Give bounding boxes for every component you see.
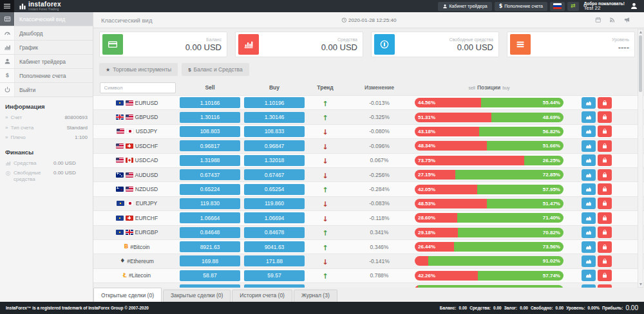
menu-toggle-button[interactable]	[0, 0, 14, 12]
open-trade-button[interactable]	[598, 97, 612, 109]
buy-price-button[interactable]: 1.30146	[244, 112, 305, 123]
deposit-button[interactable]: $ Пополнение счета	[495, 2, 547, 11]
sell-price-button[interactable]: 0.65224	[180, 184, 240, 195]
bottom-tab[interactable]: История счета (0)	[232, 290, 292, 302]
eu-flag-icon	[116, 230, 124, 235]
buy-price-button[interactable]: 1.32018	[244, 155, 305, 166]
sidebar-item[interactable]: Кабинет трейдера	[0, 55, 93, 69]
buy-price-button[interactable]: 0.67467	[244, 169, 305, 180]
sidebar-item[interactable]: График	[0, 41, 93, 55]
chevron-icon: »	[5, 125, 8, 131]
sell-price-button[interactable]: 1.06664	[180, 212, 240, 223]
buy-price-button[interactable]	[244, 284, 305, 288]
buy-price-button[interactable]: 59.57	[244, 270, 305, 281]
open-chart-button[interactable]	[582, 140, 596, 152]
open-trade-button[interactable]	[598, 226, 612, 238]
bag-icon	[601, 215, 608, 221]
buy-price-button[interactable]: 9041.63	[244, 241, 305, 252]
footer-stat-label: Баланс:	[440, 306, 457, 310]
sell-price-button[interactable]: 119.830	[180, 198, 240, 209]
buy-price-button[interactable]: 0.65254	[244, 184, 305, 195]
buy-price-button[interactable]: 1.06694	[244, 212, 305, 223]
sell-price-button[interactable]: 58.87	[180, 270, 240, 281]
scrollbar-up-arrow[interactable]	[639, 31, 642, 33]
open-chart-button[interactable]	[582, 154, 596, 166]
rss-icon[interactable]	[609, 17, 616, 23]
au-flag-icon	[116, 172, 124, 178]
bottom-tab[interactable]: Открытые сделки (0)	[93, 288, 162, 302]
open-trade-button[interactable]	[598, 212, 612, 224]
open-chart-button[interactable]	[582, 284, 596, 288]
card-label: Уровень	[531, 37, 629, 42]
sell-price-button[interactable]: 1.31988	[180, 155, 240, 166]
sidebar-item[interactable]: Дашборд	[0, 26, 93, 41]
open-trade-button[interactable]	[598, 270, 612, 281]
sell-price-button[interactable]: 108.803	[180, 126, 240, 137]
open-chart-button[interactable]	[582, 270, 596, 281]
sell-price-button[interactable]: 0.84648	[180, 227, 240, 238]
buy-price-button[interactable]: 0.84678	[244, 227, 305, 238]
quote-row: ♦#Ethereum169.88171.88↓-0.141%91.02%	[93, 254, 644, 268]
open-trade-button[interactable]	[598, 154, 612, 166]
sell-price-button[interactable]: 0.67437	[180, 169, 240, 180]
open-trade-button[interactable]	[598, 140, 612, 152]
sidebar-item-label: Дашборд	[15, 26, 93, 40]
open-trade-button[interactable]	[598, 198, 612, 209]
sidebar-item[interactable]: Классический вид	[0, 12, 93, 26]
open-chart-button[interactable]	[582, 255, 596, 267]
sell-price-button[interactable]	[180, 284, 240, 288]
sidebar-item[interactable]: $Пополнение счета	[0, 69, 93, 83]
sidebar-item[interactable]: Выйти	[0, 83, 93, 97]
open-chart-button[interactable]	[582, 169, 596, 181]
open-trade-button[interactable]	[598, 284, 612, 288]
balance-funds-button[interactable]: $ Баланс и Средства	[182, 63, 249, 76]
footer-profit-value: 0.00	[626, 304, 638, 311]
bag-icon	[601, 157, 608, 163]
buy-price-button[interactable]: 119.860	[244, 198, 305, 209]
user-avatar-icon[interactable]	[630, 2, 638, 10]
bottom-tab[interactable]: Журнал (3)	[294, 290, 337, 302]
sell-price-button[interactable]: 1.10166	[180, 97, 240, 108]
scrollbar-down-arrow[interactable]	[639, 283, 642, 286]
brand-logo[interactable]: instaforex Instant Forex Trading	[19, 1, 61, 11]
open-chart-button[interactable]	[582, 212, 596, 224]
sell-price-button[interactable]: 0.96817	[180, 140, 240, 151]
open-chart-button[interactable]	[582, 111, 596, 123]
language-flag-button[interactable]	[550, 2, 565, 11]
trader-cabinet-button[interactable]: Кабинет трейдера	[438, 2, 492, 11]
info-label: Плечо	[10, 134, 75, 141]
dollar-icon: $	[499, 3, 503, 9]
open-chart-button[interactable]	[582, 198, 596, 209]
open-chart-button[interactable]	[582, 183, 596, 195]
sell-price-button[interactable]: 1.30116	[180, 112, 240, 123]
bottom-tab[interactable]: Закрытые сделки (0)	[163, 290, 231, 302]
buy-price-button[interactable]: 108.833	[244, 126, 305, 137]
open-trade-button[interactable]	[598, 241, 612, 253]
open-chart-button[interactable]	[582, 97, 596, 109]
trading-instruments-button[interactable]: ★ Торговые инструменты	[99, 63, 178, 76]
chevron-icon: »	[5, 134, 8, 140]
symbol-search-input[interactable]	[100, 82, 176, 93]
open-trade-button[interactable]	[598, 183, 612, 195]
info-row: »Плечо1:100	[0, 133, 93, 143]
buy-price-button[interactable]: 0.96847	[244, 140, 305, 151]
megaphone-icon[interactable]	[624, 17, 630, 23]
footer-stat-label: Средства:	[469, 306, 491, 310]
open-trade-button[interactable]	[598, 125, 612, 137]
buy-price-button[interactable]: 171.88	[244, 255, 305, 266]
buy-price-button[interactable]: 1.10196	[244, 97, 305, 108]
open-chart-button[interactable]	[582, 226, 596, 238]
open-trade-button[interactable]	[598, 169, 612, 181]
vertical-scrollbar[interactable]	[638, 29, 643, 288]
card-value: 0.00 USD	[123, 42, 222, 52]
open-chart-button[interactable]	[582, 241, 596, 253]
scrollbar-thumb[interactable]	[639, 35, 642, 92]
open-trade-button[interactable]	[598, 111, 612, 123]
exchange-rates-button[interactable]: ⇄	[567, 2, 579, 11]
us-flag-icon	[126, 172, 133, 178]
sell-price-button[interactable]: 8921.63	[180, 241, 240, 252]
sell-price-button[interactable]: 169.88	[180, 255, 240, 266]
calendar-icon[interactable]	[595, 17, 601, 23]
open-chart-button[interactable]	[582, 125, 596, 137]
open-trade-button[interactable]	[598, 255, 612, 267]
